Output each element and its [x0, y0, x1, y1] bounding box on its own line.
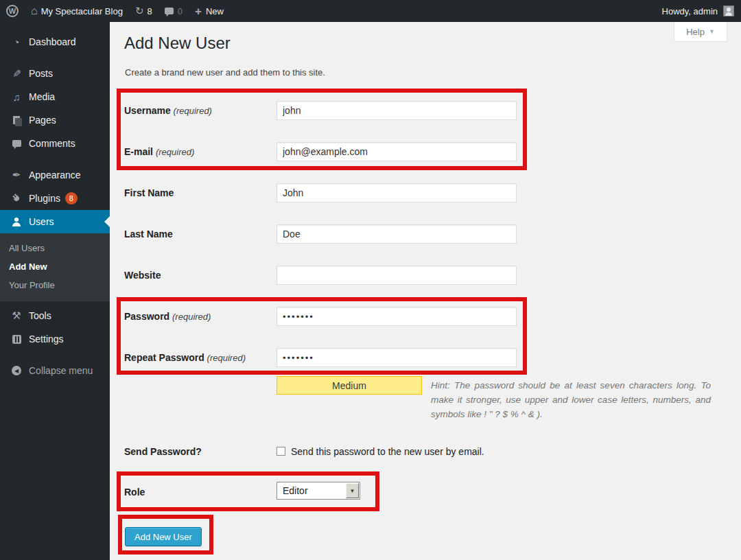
- add-new-user-button[interactable]: Add New User: [125, 527, 202, 546]
- email-label: E-mail (required): [124, 146, 194, 157]
- comment-bubble-icon: [10, 140, 23, 147]
- plug-icon: [10, 194, 23, 203]
- role-select[interactable]: Editor ▼: [277, 482, 360, 500]
- pushpin-icon: ✎: [10, 67, 23, 80]
- new-content-menu[interactable]: + New: [189, 0, 230, 22]
- sidebar-item-dashboard[interactable]: ◔ Dashboard: [0, 30, 110, 54]
- brush-icon: ✒: [10, 169, 23, 181]
- sidebar-item-label: Media: [29, 91, 55, 102]
- sidebar-item-label: Pages: [29, 115, 56, 126]
- username-input[interactable]: [277, 101, 517, 120]
- send-password-checkbox-label: Send this password to the new user by em…: [291, 446, 484, 457]
- avatar[interactable]: [723, 5, 734, 16]
- required-hint: (required): [156, 147, 194, 157]
- sidebar-item-users[interactable]: Users: [0, 210, 110, 233]
- chevron-down-icon: ▼: [709, 28, 715, 35]
- collapse-arrow-icon: ◀: [10, 366, 23, 375]
- sidebar-item-label: Tools: [29, 310, 51, 321]
- send-password-label: Send Password?: [124, 446, 202, 457]
- wrench-icon: ⚒: [10, 310, 23, 322]
- website-label: Website: [124, 270, 161, 281]
- pages-icon: [10, 116, 23, 124]
- hint-spacer: [277, 378, 431, 411]
- comment-bubble-icon: [165, 8, 174, 14]
- site-link[interactable]: ⌂ My Spectacular Blog: [25, 0, 129, 22]
- sidebar-item-appearance[interactable]: ✒ Appearance: [0, 163, 110, 187]
- wordpress-menu[interactable]: W: [0, 0, 25, 22]
- sidebar-item-label: Collapse menu: [29, 365, 93, 376]
- sidebar-item-plugins[interactable]: Plugins 8: [0, 187, 110, 210]
- sidebar-item-label: Plugins: [29, 193, 60, 204]
- password-hint: Hint: The password should be at least se…: [277, 378, 711, 421]
- submenu-item-all-users[interactable]: All Users: [0, 239, 110, 257]
- repeat-password-label: Repeat Password (required): [124, 352, 246, 363]
- last-name-label: Last Name: [124, 229, 173, 240]
- users-submenu: All Users Add New Your Profile: [0, 233, 110, 301]
- sidebar-item-collapse-menu[interactable]: ◀ Collapse menu: [0, 359, 110, 382]
- plugins-update-badge: 8: [65, 192, 78, 205]
- help-button-label: Help: [686, 27, 705, 37]
- new-label: New: [206, 6, 224, 16]
- sidebar-item-label: Users: [29, 216, 54, 227]
- sidebar-item-settings[interactable]: Settings: [0, 327, 110, 351]
- updates-count: 8: [147, 6, 152, 16]
- required-hint: (required): [174, 106, 212, 116]
- plus-icon: +: [195, 5, 202, 17]
- sidebar-item-label: Comments: [29, 138, 75, 149]
- sidebar-item-media[interactable]: ♫ Media: [0, 85, 110, 108]
- comments-count: 0: [178, 6, 183, 16]
- dashboard-gauge-icon: ◔: [10, 36, 23, 48]
- page-subtitle: Create a brand new user and add them to …: [125, 67, 325, 78]
- wordpress-logo-icon: W: [6, 5, 19, 17]
- role-label: Role: [124, 487, 145, 498]
- help-button[interactable]: Help ▼: [674, 22, 727, 42]
- updates-icon: ↻: [135, 5, 144, 17]
- sidebar-item-label: Posts: [29, 68, 53, 79]
- sidebar-item-comments[interactable]: Comments: [0, 132, 110, 155]
- username-label: Username (required): [124, 105, 212, 116]
- last-name-input[interactable]: [277, 224, 517, 244]
- active-item-arrow: [99, 216, 110, 227]
- password-label: Password (required): [124, 311, 211, 322]
- media-note-icon: ♫: [10, 91, 23, 103]
- password-input[interactable]: [277, 307, 517, 326]
- first-name-input[interactable]: [277, 183, 517, 202]
- admin-bar: W ⌂ My Spectacular Blog ↻ 8 0 + New Howd…: [0, 0, 741, 22]
- sidebar-item-tools[interactable]: ⚒ Tools: [0, 304, 110, 327]
- send-password-checkbox[interactable]: [277, 447, 285, 456]
- sidebar-item-label: Dashboard: [29, 36, 76, 47]
- sidebar-item-label: Settings: [29, 334, 64, 345]
- required-hint: (required): [172, 312, 211, 322]
- sidebar-item-label: Appearance: [29, 170, 81, 180]
- main-content: Help ▼ Add New User Create a brand new u…: [110, 22, 741, 560]
- first-name-label: First Name: [124, 187, 174, 198]
- settings-sliders-icon: [10, 335, 23, 344]
- sidebar-item-posts[interactable]: ✎ Posts: [0, 62, 110, 85]
- dropdown-arrow-button[interactable]: ▼: [346, 483, 359, 498]
- required-hint: (required): [207, 353, 246, 363]
- sidebar-item-pages[interactable]: Pages: [0, 108, 110, 132]
- home-icon: ⌂: [31, 5, 38, 17]
- site-name: My Spectacular Blog: [41, 6, 123, 16]
- repeat-password-input[interactable]: [277, 348, 517, 367]
- submenu-item-your-profile[interactable]: Your Profile: [0, 276, 110, 294]
- page-title: Add New User: [124, 34, 231, 53]
- user-icon: [10, 218, 23, 226]
- submenu-item-add-new[interactable]: Add New: [0, 257, 110, 276]
- website-input[interactable]: [277, 266, 517, 285]
- howdy-account-text[interactable]: Howdy, admin: [662, 6, 718, 16]
- updates-link[interactable]: ↻ 8: [129, 0, 158, 22]
- admin-sidebar: ◔ Dashboard ✎ Posts ♫ Media Pages Commen…: [0, 22, 110, 560]
- email-input[interactable]: [277, 142, 517, 161]
- comments-link[interactable]: 0: [158, 0, 189, 22]
- role-selected-value: Editor: [283, 485, 308, 496]
